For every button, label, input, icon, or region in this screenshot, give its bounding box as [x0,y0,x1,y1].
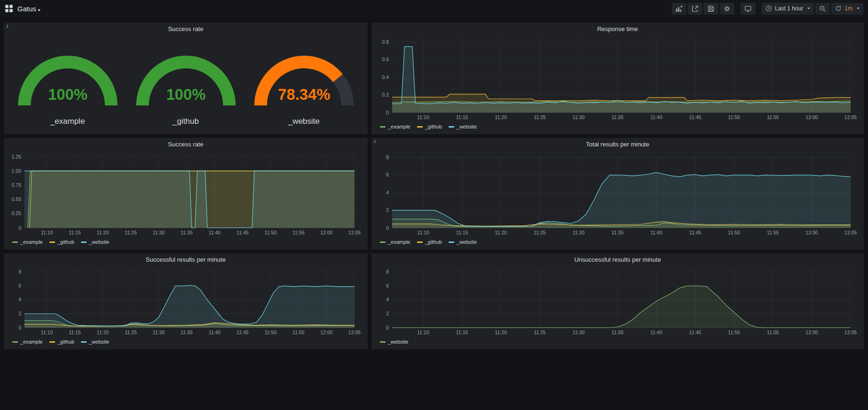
gauge-arc-website: 78.34% [246,40,362,116]
kiosk-mode-button[interactable] [740,3,755,15]
svg-text:0: 0 [386,325,389,330]
legend-item-github[interactable]: _github [49,339,74,345]
svg-text:11:10: 11:10 [41,330,53,335]
share-icon [691,5,699,12]
legend-color-chip [81,241,87,243]
total-results-chart[interactable]: 0246811:1011:1511:2011:2511:3011:3511:40… [376,150,859,237]
dashboards-grid-icon[interactable] [5,4,13,13]
gear-icon [723,5,731,12]
legend-color-chip [380,241,386,243]
svg-text:12:00: 12:00 [320,330,332,335]
chevron-down-icon [857,8,860,9]
svg-text:11:45: 11:45 [689,114,701,120]
dashboard-grid: i Success rate 100% _example 100% _githu… [0,19,868,353]
svg-text:1.25: 1.25 [12,154,22,160]
chart-legend: _example_github_website [8,237,363,247]
share-button[interactable] [688,3,702,15]
legend-color-chip [380,341,386,343]
svg-text:11:10: 11:10 [417,114,429,120]
svg-text:11:55: 11:55 [292,230,305,235]
time-range-button[interactable]: Last 1 hour [762,3,814,15]
gauge-arc-github: 100% [128,40,244,116]
svg-text:11:25: 11:25 [534,330,546,335]
legend-item-example[interactable]: _example [12,339,43,345]
panel-info-icon[interactable]: i [7,23,8,29]
legend-color-chip [449,126,454,128]
legend-color-chip [81,341,87,343]
svg-text:0.4: 0.4 [382,74,389,80]
panel-title[interactable]: Success rate [8,140,363,150]
navbar: Gatus Last 1 hour 1m [0,0,868,17]
svg-text:8: 8 [386,154,389,160]
panel-title[interactable]: Total results per minute [376,140,859,150]
legend-item-example[interactable]: _example [380,124,410,129]
gauge-github: 100% _github [128,40,244,126]
panel-title[interactable]: Success rate [8,24,363,35]
svg-text:12:05: 12:05 [844,114,857,120]
svg-text:12:05: 12:05 [844,230,857,235]
successful-results-chart[interactable]: 0246811:1011:1511:2011:2511:3011:3511:40… [8,265,363,337]
svg-text:11:40: 11:40 [651,114,663,120]
svg-text:100%: 100% [166,86,206,103]
dashboard-title[interactable]: Gatus [17,5,40,13]
svg-text:0: 0 [18,225,21,231]
svg-text:11:15: 11:15 [69,330,81,335]
refresh-interval-label: 1m [844,5,852,12]
svg-text:2: 2 [18,311,21,316]
refresh-button[interactable]: 1m [831,3,863,15]
panel-title[interactable]: Response time [376,24,859,35]
panel-response-time: Response time 00.20.40.60.811:1011:1511:… [371,23,864,134]
legend-item-github[interactable]: _github [49,239,74,245]
legend-item-github[interactable]: _github [417,239,442,245]
legend-color-chip [417,126,423,128]
svg-text:0.75: 0.75 [12,182,22,188]
panel-title[interactable]: Successful results per minute [8,255,363,265]
legend-item-example[interactable]: _example [12,239,43,245]
legend-item-example[interactable]: _example [380,239,410,245]
svg-text:11:15: 11:15 [456,230,468,235]
gauge-example: 100% _example [10,40,126,126]
svg-text:11:45: 11:45 [689,330,701,335]
success-rate-chart[interactable]: 00.250.500.751.001.2511:1011:1511:2011:2… [8,150,363,237]
legend-item-website[interactable]: _website [380,339,408,345]
legend-item-website[interactable]: _website [81,339,109,345]
chart-legend: _example_github_website [376,237,859,247]
unsuccessful-results-chart[interactable]: 0246811:1011:1511:2011:2511:3011:3511:40… [376,265,859,337]
svg-text:0.25: 0.25 [12,210,22,216]
legend-color-chip [417,241,423,243]
svg-text:11:35: 11:35 [611,330,624,335]
save-button[interactable] [704,3,718,15]
svg-text:0.50: 0.50 [12,196,22,202]
add-panel-button[interactable] [672,3,686,15]
legend-label: _website [89,339,109,345]
svg-text:11:40: 11:40 [651,230,663,235]
legend-color-chip [12,341,18,343]
legend-label: _github [57,339,74,345]
dashboard-title-text: Gatus [17,5,36,13]
response-time-chart[interactable]: 00.20.40.60.811:1011:1511:2011:2511:3011… [376,35,859,122]
panel-title[interactable]: Unsuccessful results per minute [376,255,859,265]
zoom-out-button[interactable] [815,3,830,15]
svg-text:11:35: 11:35 [611,114,624,120]
legend-label: _example [20,239,43,245]
refresh-icon [835,5,842,12]
svg-text:12:00: 12:00 [805,114,818,120]
svg-text:11:55: 11:55 [767,230,779,235]
settings-button[interactable] [720,3,734,15]
svg-text:11:10: 11:10 [417,230,429,235]
legend-item-website[interactable]: _website [81,239,109,245]
svg-text:11:10: 11:10 [417,330,429,335]
svg-text:2: 2 [386,207,389,213]
legend-item-website[interactable]: _website [449,239,477,245]
gauge-website: 78.34% _website [246,40,362,126]
svg-text:8: 8 [18,269,21,274]
svg-text:11:25: 11:25 [534,230,546,235]
gauge-row: 100% _example 100% _github 78.34% _websi… [8,35,363,131]
legend-item-website[interactable]: _website [449,124,477,129]
svg-text:0: 0 [18,325,21,330]
legend-item-github[interactable]: _github [417,124,442,129]
chart-legend: _website [376,337,859,346]
panel-info-icon[interactable]: i [374,138,376,144]
legend-color-chip [49,341,55,343]
chart-legend: _example_github_website [8,337,363,346]
